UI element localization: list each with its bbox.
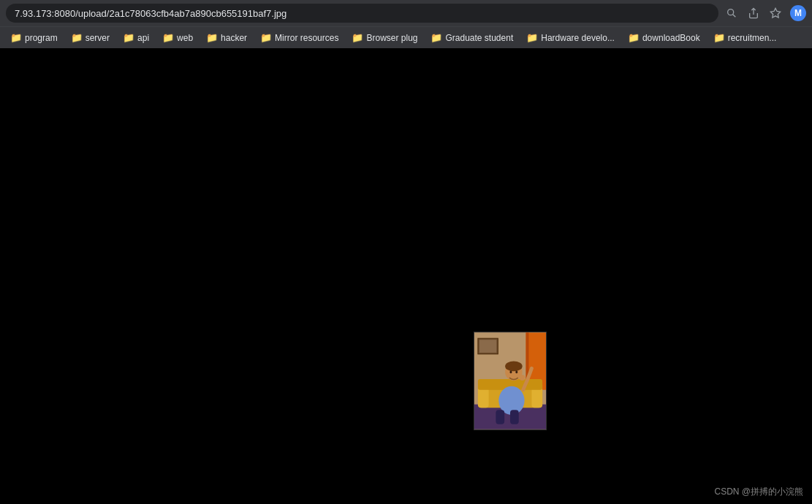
svg-point-19 <box>520 375 525 381</box>
watermark: CSDN @拼搏的小浣熊 <box>714 486 803 498</box>
bookmark-label: program <box>25 33 58 43</box>
bookmark-label: downloadBook <box>642 33 700 43</box>
bookmark-browser-plug[interactable]: 📁 Browser plug <box>346 30 423 45</box>
browser-chrome: 7.93.173:8080/upload/2a1c78063cfb4ab7a89… <box>0 0 812 48</box>
illustrated-image <box>474 332 547 430</box>
svg-rect-7 <box>479 340 497 353</box>
image-container <box>474 332 547 430</box>
star-icon[interactable] <box>768 6 783 20</box>
folder-icon: 📁 <box>430 32 442 43</box>
main-content: CSDN @拼搏的小浣熊 <box>0 48 812 504</box>
svg-point-18 <box>515 370 517 373</box>
bookmark-graduate-student[interactable]: 📁 Graduate student <box>425 30 519 45</box>
bookmark-label: Mirror resources <box>275 33 338 43</box>
bookmark-label: hacker <box>221 33 247 43</box>
folder-icon: 📁 <box>123 32 134 43</box>
svg-marker-2 <box>770 8 780 18</box>
search-icon[interactable] <box>724 6 739 20</box>
browser-icons: M <box>724 5 806 21</box>
folder-icon: 📁 <box>526 32 538 43</box>
bookmark-label: Browser plug <box>366 33 417 43</box>
svg-point-0 <box>728 9 734 15</box>
bookmark-label: recruitmen... <box>728 33 777 43</box>
svg-point-16 <box>505 362 523 372</box>
folder-icon: 📁 <box>628 32 640 43</box>
bookmark-hacker[interactable]: 📁 hacker <box>200 30 253 45</box>
folder-icon: 📁 <box>352 32 363 43</box>
bookmark-mirror-resources[interactable]: 📁 Mirror resources <box>254 30 344 45</box>
folder-icon: 📁 <box>162 32 174 43</box>
address-bar[interactable]: 7.93.173:8080/upload/2a1c78063cfb4ab7a89… <box>6 4 718 23</box>
share-icon[interactable] <box>746 6 761 20</box>
bookmark-label: web <box>177 33 193 43</box>
folder-icon: 📁 <box>260 32 272 43</box>
bookmark-web[interactable]: 📁 web <box>156 30 199 45</box>
bookmark-label: server <box>86 33 110 43</box>
bookmark-label: api <box>137 33 149 43</box>
bookmarks-bar: 📁 program 📁 server 📁 api 📁 web 📁 hacker … <box>0 26 812 48</box>
svg-rect-21 <box>510 410 519 424</box>
bookmark-label: Hardware develo... <box>541 33 615 43</box>
address-text: 7.93.173:8080/upload/2a1c78063cfb4ab7a89… <box>15 8 287 19</box>
bookmark-hardware-develo[interactable]: 📁 Hardware develo... <box>520 30 621 45</box>
address-bar-row: 7.93.173:8080/upload/2a1c78063cfb4ab7a89… <box>0 0 812 26</box>
svg-point-17 <box>510 370 512 373</box>
bookmark-recruitment[interactable]: 📁 recruitmen... <box>707 30 783 45</box>
bookmark-program[interactable]: 📁 program <box>4 30 64 45</box>
bookmark-api[interactable]: 📁 api <box>117 30 155 45</box>
folder-icon: 📁 <box>206 32 218 43</box>
folder-icon: 📁 <box>10 32 22 43</box>
profile-icon[interactable]: M <box>790 5 806 21</box>
bookmark-downloadbook[interactable]: 📁 downloadBook <box>622 30 706 45</box>
watermark-text: CSDN @拼搏的小浣熊 <box>714 486 803 497</box>
svg-line-1 <box>733 15 736 18</box>
bookmark-server[interactable]: 📁 server <box>65 30 115 45</box>
folder-icon: 📁 <box>713 32 725 43</box>
bookmark-label: Graduate student <box>445 33 513 43</box>
folder-icon: 📁 <box>71 32 83 43</box>
svg-rect-20 <box>496 410 504 424</box>
